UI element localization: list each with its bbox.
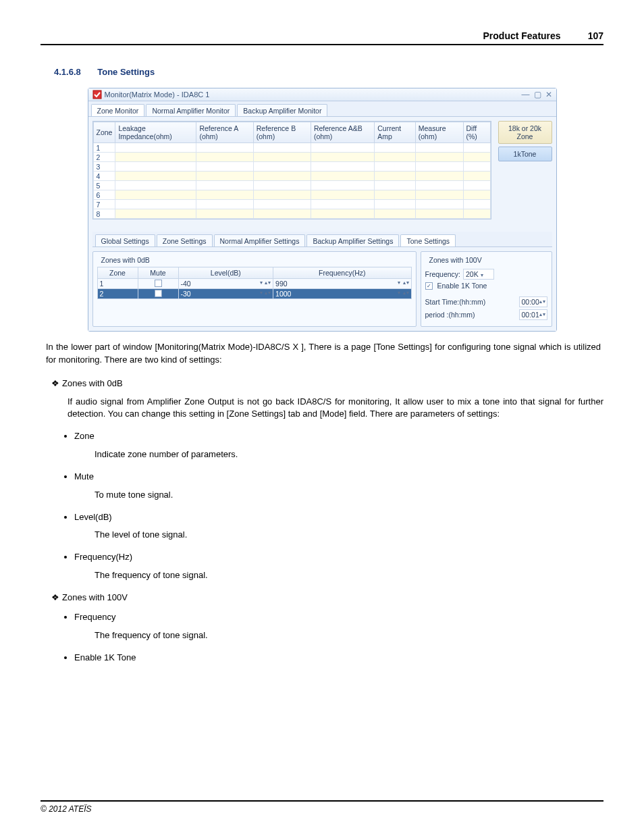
start-time-label: Start Time:(hh:mm) [425, 298, 516, 306]
window-title: Monitor(Matrix Mode) - IDA8C 1 [105, 90, 522, 99]
table-row[interactable]: 1 [93, 143, 490, 153]
window-titlebar: Monitor(Matrix Mode) - IDA8C 1 — ▢ ✕ [88, 88, 556, 101]
fieldset-zones-0db: Zones with 0dB Zone Mute Level(dB) Frequ… [92, 251, 417, 327]
lower-tabstrip: Global Settings Zone Settings Normal Amp… [92, 232, 552, 247]
window-controls: — ▢ ✕ [522, 90, 552, 99]
app-icon [92, 90, 102, 99]
table-row[interactable]: 1-40▾ ▴▾990▾ ▴▾ [97, 279, 411, 289]
close-button[interactable]: ✕ [545, 90, 552, 99]
col0-freq: Frequency(Hz) [273, 267, 411, 279]
bullet-desc: The frequency of tone signal. [95, 629, 603, 642]
enable-1k-checkbox[interactable]: ✓ [425, 282, 433, 290]
col-zone: Zone [93, 122, 115, 143]
zone-cell: 3 [93, 162, 115, 172]
zone-cell: 1 [93, 143, 115, 153]
zone-grid: Zone Leakage Impedance(ohm) Reference A … [93, 122, 491, 219]
top-tabstrip: Zone Monitor Normal Amplifier Monitor Ba… [88, 101, 556, 117]
legend-zones-100v: Zones with 100V [428, 256, 483, 264]
zone-cell: 7 [93, 200, 115, 209]
spinner-icon[interactable]: ▾ ▴▾ [260, 280, 271, 286]
period-input[interactable]: 00:01▴▾ [519, 309, 547, 320]
spinner-icon[interactable]: ▴▾ [539, 313, 545, 317]
zones-0db-table: Zone Mute Level(dB) Frequency(Hz) 1-40▾ … [97, 267, 412, 299]
table-row[interactable]: 7 [93, 200, 490, 209]
side-buttons: 18k or 20k Zone 1kTone [498, 121, 552, 164]
spinner-icon[interactable]: ▴▾ [539, 300, 545, 304]
bullet-item: Mute [74, 471, 603, 484]
btn-1ktone[interactable]: 1kTone [498, 147, 552, 161]
bullet-item: Level(dB) [74, 511, 603, 524]
col0-level: Level(dB) [178, 267, 273, 279]
col0-zone: Zone [97, 267, 138, 279]
col-diff: Diff (%) [463, 122, 490, 143]
header-title: Product Features [483, 30, 561, 41]
zone-cell: 8 [93, 209, 115, 219]
col-ref-a: Reference A (ohm) [196, 122, 253, 143]
table-row[interactable]: 6 [93, 190, 490, 200]
cell-zone: 2 [97, 289, 138, 299]
bullet-item: Enable 1K Tone [74, 652, 603, 664]
chevron-down-icon: ▾ [481, 272, 483, 278]
cell-mute[interactable] [138, 279, 178, 289]
table-row[interactable]: 8 [93, 209, 490, 219]
col-ref-ab: Reference A&B (ohm) [311, 122, 374, 143]
tab-zone-monitor[interactable]: Zone Monitor [91, 104, 145, 116]
intro-paragraph: In the lower part of window [Monitoring(… [41, 341, 603, 367]
cell-zone: 1 [97, 279, 138, 289]
cell-freq[interactable]: 1000▾ ▴▾ [273, 289, 411, 299]
legend-zones-0db: Zones with 0dB [100, 256, 151, 264]
svg-rect-0 [93, 90, 101, 99]
spinner-icon[interactable]: ▾ ▴▾ [398, 280, 408, 286]
cell-freq[interactable]: 990▾ ▴▾ [273, 279, 411, 289]
zone-cell: 4 [93, 172, 115, 181]
cell-level[interactable]: -40▾ ▴▾ [178, 279, 273, 289]
zones-0db-desc: If audio signal from Amplifier Zone Outp… [68, 396, 603, 421]
tab-global-settings[interactable]: Global Settings [95, 234, 155, 246]
btn-18k-20k-zone[interactable]: 18k or 20k Zone [498, 121, 552, 144]
cell-mute[interactable] [138, 289, 178, 299]
tab-normal-amp-monitor[interactable]: Normal Amplifier Monitor [146, 104, 236, 116]
table-row[interactable]: 5 [93, 181, 490, 190]
page-header: Product Features 107 [41, 30, 603, 45]
spinner-icon[interactable]: ▾ ▴▾ [260, 290, 271, 296]
table-row[interactable]: 2 [93, 153, 490, 162]
tab-backup-amp-settings[interactable]: Backup Amplifier Settings [306, 234, 399, 246]
zone-cell: 5 [93, 181, 115, 190]
table-row[interactable]: 4 [93, 172, 490, 181]
maximize-button[interactable]: ▢ [534, 90, 541, 99]
bullet-item: Zone [74, 430, 603, 443]
cell-level[interactable]: -30▾ ▴▾ [178, 289, 273, 299]
bullet-item: Frequency [74, 611, 603, 624]
col-leakage: Leakage Impedance(ohm) [115, 122, 196, 143]
page-footer: © 2012 ATEÏS [41, 800, 603, 814]
copyright: © 2012 ATEÏS [41, 804, 92, 814]
tab-zone-settings[interactable]: Zone Settings [157, 234, 213, 246]
section-title: Tone Settings [97, 67, 155, 77]
section-heading: 4.1.6.8 Tone Settings [54, 66, 603, 78]
document-body: In the lower part of window [Monitoring(… [41, 341, 603, 664]
col-current-amp: Current Amp [375, 122, 415, 143]
section-number: 4.1.6.8 [54, 67, 81, 77]
monitor-window: Monitor(Matrix Mode) - IDA8C 1 — ▢ ✕ Zon… [88, 88, 557, 332]
fieldset-zones-100v: Zones with 100V Frequency: 20K▾ ✓ Enable… [421, 251, 552, 327]
bullet-desc: The level of tone signal. [95, 529, 603, 542]
col-measure: Measure (ohm) [415, 122, 463, 143]
zones-0db-heading: ❖Zones with 0dB [51, 377, 603, 390]
freq-dropdown[interactable]: 20K▾ [463, 269, 494, 280]
zones-100v-heading: ❖Zones with 100V [51, 592, 603, 604]
zone-cell: 6 [93, 190, 115, 200]
bullet-item: Frequency(Hz) [74, 551, 603, 564]
freq-label: Frequency: [425, 270, 461, 278]
period-label: period :(hh:mm) [425, 311, 516, 319]
table-row[interactable]: 2-30▾ ▴▾1000▾ ▴▾ [97, 289, 411, 299]
table-row[interactable]: 3 [93, 162, 490, 172]
tab-tone-settings[interactable]: Tone Settings [400, 234, 456, 246]
zone-cell: 2 [93, 153, 115, 162]
minimize-button[interactable]: — [522, 90, 530, 99]
tab-normal-amp-settings[interactable]: Normal Amplifier Settings [214, 234, 306, 246]
tab-backup-amp-monitor[interactable]: Backup Amplifier Monitor [237, 104, 327, 116]
col-ref-b: Reference B (ohm) [253, 122, 311, 143]
bullet-desc: To mute tone signal. [95, 489, 603, 502]
spinner-icon[interactable]: ▾ ▴▾ [398, 290, 408, 296]
start-time-input[interactable]: 00:00▴▾ [519, 296, 547, 307]
